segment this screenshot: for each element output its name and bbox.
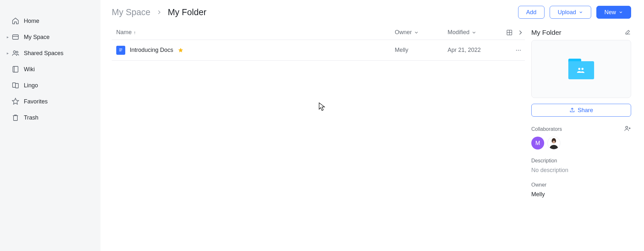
collaborators-label: Collaborators <box>531 126 562 132</box>
file-title: Introducing Docs <box>130 47 173 53</box>
lingo-icon <box>11 81 20 90</box>
wiki-icon <box>11 65 20 74</box>
sidebar-item-label: Home <box>24 18 39 24</box>
chevron-down-icon <box>579 10 583 14</box>
add-button[interactable]: Add <box>518 6 545 19</box>
svg-rect-6 <box>13 83 15 87</box>
trash-icon <box>11 113 20 122</box>
main-header: My Space My Folder Add Upload New <box>100 0 644 25</box>
folder-preview <box>531 40 631 98</box>
column-header-modified[interactable]: Modified <box>448 29 502 36</box>
details-title: My Folder <box>531 29 561 36</box>
description-value: No description <box>531 167 631 174</box>
collapse-panel-icon[interactable] <box>517 29 524 36</box>
sidebar-item-trash[interactable]: Trash <box>0 110 100 126</box>
sidebar-item-label: Shared Spaces <box>24 50 63 57</box>
header-actions: Add Upload New <box>518 6 631 19</box>
sidebar-item-label: Lingo <box>24 82 38 89</box>
breadcrumb-chevron-icon <box>156 9 162 15</box>
button-label: Add <box>526 9 536 16</box>
svg-point-13 <box>520 50 521 51</box>
sidebar-item-shared-spaces[interactable]: ▸ Shared Spaces <box>0 45 100 61</box>
chevron-down-icon <box>414 30 419 35</box>
button-label: Upload <box>558 9 576 16</box>
svg-point-12 <box>518 50 519 51</box>
sidebar-item-lingo[interactable]: Lingo <box>0 77 100 93</box>
grid-view-icon[interactable] <box>506 29 513 36</box>
sidebar-item-favorites[interactable]: Favorites <box>0 93 100 110</box>
svg-point-14 <box>626 126 628 128</box>
space-icon <box>11 33 20 42</box>
star-icon <box>11 97 20 106</box>
svg-point-2 <box>14 51 16 53</box>
chevron-down-icon <box>471 30 477 35</box>
breadcrumb-current: My Folder <box>168 7 206 17</box>
sidebar-item-label: Trash <box>24 114 38 121</box>
breadcrumb: My Space My Folder <box>112 7 206 17</box>
svg-rect-7 <box>15 83 18 88</box>
sidebar: Home ▸ My Space ▸ Shared Spaces Wiki <box>0 0 100 251</box>
expand-chevron-icon[interactable]: ▸ <box>5 51 11 55</box>
sidebar-item-label: Wiki <box>24 66 35 73</box>
shared-folder-icon <box>568 59 594 79</box>
sidebar-item-home[interactable]: Home <box>0 13 100 29</box>
sort-ascending-icon: ↑ <box>134 30 136 35</box>
svg-rect-0 <box>13 35 18 39</box>
breadcrumb-parent[interactable]: My Space <box>112 7 150 17</box>
column-label: Owner <box>395 29 412 36</box>
add-collaborator-icon[interactable] <box>624 125 631 133</box>
table-header: Name ↑ Owner Modified <box>112 25 525 40</box>
description-label: Description <box>531 158 557 164</box>
favorite-star-icon[interactable] <box>178 47 184 53</box>
svg-point-3 <box>16 51 18 53</box>
column-header-owner[interactable]: Owner <box>395 29 448 36</box>
sidebar-item-wiki[interactable]: Wiki <box>0 61 100 77</box>
owner-value: Melly <box>531 191 631 198</box>
sidebar-item-label: My Space <box>24 34 50 41</box>
people-icon <box>11 49 20 58</box>
svg-point-11 <box>516 50 517 51</box>
collaborators-avatars: M <box>531 137 631 150</box>
expand-chevron-icon[interactable]: ▸ <box>5 35 11 39</box>
file-modified: Apr 21, 2022 <box>448 47 502 53</box>
table-row[interactable]: Introducing Docs Melly Apr 21, 2022 <box>112 40 525 61</box>
column-label: Modified <box>448 29 469 36</box>
upload-button[interactable]: Upload <box>550 6 591 19</box>
button-label: Share <box>578 107 593 114</box>
owner-label: Owner <box>531 182 546 188</box>
avatar[interactable] <box>547 137 560 150</box>
new-button[interactable]: New <box>596 6 631 19</box>
chevron-down-icon <box>619 10 623 14</box>
details-panel: My Folder Share <box>531 25 631 251</box>
file-list: Name ↑ Owner Modified <box>100 25 525 251</box>
column-label: Name <box>116 29 132 36</box>
column-header-name[interactable]: Name ↑ <box>112 29 395 36</box>
button-label: New <box>604 9 616 16</box>
svg-rect-4 <box>13 66 18 72</box>
sidebar-item-my-space[interactable]: ▸ My Space <box>0 29 100 45</box>
edit-icon[interactable] <box>625 29 631 37</box>
main: My Space My Folder Add Upload New <box>100 0 644 251</box>
home-icon <box>11 16 20 25</box>
avatar[interactable]: M <box>531 137 544 150</box>
row-more-button[interactable] <box>502 47 525 53</box>
sidebar-item-label: Favorites <box>24 98 48 105</box>
doc-icon <box>116 46 125 55</box>
file-owner: Melly <box>395 47 448 53</box>
share-button[interactable]: Share <box>531 104 631 117</box>
